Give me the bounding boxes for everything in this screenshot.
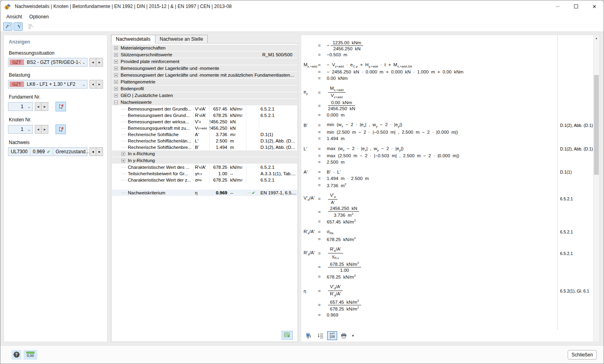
- copy-result-button[interactable]: [304, 331, 314, 340]
- design-situation-next-button[interactable]: ►: [96, 58, 103, 67]
- foundation-pick-button[interactable]: [56, 102, 66, 111]
- excel-export-button[interactable]: [282, 331, 293, 340]
- formula-line: =− 2456.250 kN · 0.000 m + 0.000 kN · 1.…: [301, 69, 593, 75]
- formula-list: =−1235.00 kNm2456.250 kN=−0.503 mMx,+add…: [301, 36, 593, 330]
- tree-group-row[interactable]: +Materialeigenschaften: [112, 45, 297, 51]
- expand-icon[interactable]: +: [121, 159, 125, 162]
- navigate-forward-button[interactable]: [14, 22, 23, 31]
- expand-list-button[interactable]: [316, 331, 326, 340]
- menu-item-optionen[interactable]: Optionen: [26, 13, 52, 20]
- code-reference: D.1(2), Abb. (D.1): [560, 123, 593, 128]
- tree-detail-row[interactable]: Charakteristischer Wert der z...σRk678.2…: [112, 177, 297, 183]
- node-pick-button[interactable]: [56, 125, 66, 134]
- expand-icon[interactable]: +: [114, 46, 118, 50]
- navigate-back-button[interactable]: [3, 22, 12, 31]
- tree-group-label: Nachweiswerte: [121, 100, 152, 105]
- tree-detail-row[interactable]: Rechnerische Sohlflächenbre...B'1.494mD.…: [112, 144, 297, 150]
- formula-line: =0.00 kNm: [301, 75, 593, 81]
- formula-toolbar: x=7 y=4 ▼: [304, 331, 356, 340]
- tab-nachweise-an-stelle[interactable]: Nachweise an Stelle: [155, 35, 208, 44]
- node-number-input[interactable]: 1 ⌄: [8, 125, 33, 134]
- tree-group-row[interactable]: +In x-Richtung: [112, 150, 297, 157]
- minimize-button[interactable]: [548, 0, 567, 12]
- tree-detail-row[interactable]: Bemessungswert der Grundb...V'd/A'657.45…: [112, 106, 297, 112]
- formula-line: =−1235.00 kNm2456.250 kN: [301, 40, 593, 51]
- collapse-icon[interactable]: −: [114, 101, 118, 104]
- scroll-up-icon[interactable]: ▲: [594, 35, 599, 41]
- excel-export-icon: [284, 332, 291, 338]
- print-button[interactable]: [339, 331, 349, 340]
- expand-icon[interactable]: +: [114, 94, 118, 97]
- scrollbar-thumb[interactable]: [594, 75, 599, 175]
- tree-group-label: Bemessungswert der Lagerkräfte und -mome…: [121, 73, 294, 77]
- expand-icon[interactable]: +: [114, 80, 118, 84]
- tree-group-row[interactable]: +Bemessungswert der Lagerkräfte und -mom…: [112, 65, 297, 71]
- tree-group-row[interactable]: +GEO | Zusätzliche Lasten: [112, 92, 297, 99]
- tree-group-row[interactable]: +Plattengeometrie: [112, 79, 297, 85]
- check-ok-icon: ✔: [252, 190, 255, 196]
- display-panel: Anzeigen Bemessungssituation GZT BS2 - G…: [4, 35, 107, 342]
- formula-scrollbar[interactable]: ▲: [593, 35, 599, 342]
- expand-icon[interactable]: +: [114, 53, 118, 57]
- tree-group-row[interactable]: +In y-Richtung: [112, 157, 297, 164]
- menu-item-ansicht[interactable]: Ansicht: [3, 13, 26, 20]
- tree-detail-row[interactable]: Rechnerische SohlflächeA'3.736m2D.1(1): [112, 131, 297, 138]
- loading-next-button[interactable]: ►: [96, 80, 103, 89]
- decimal-places-button[interactable]: 0,00: [24, 350, 37, 360]
- node-prev-button[interactable]: ◄: [35, 125, 42, 134]
- display-panel-header: Anzeigen: [9, 39, 103, 45]
- formula-line: R′d/A′=R′k/A′γR,v6.5.2.1: [301, 246, 593, 261]
- design-situation-prev-button[interactable]: ◄: [89, 58, 96, 67]
- formula-line: =min (2.500 m − 2 · |−0.503 m| , 2.500 m…: [301, 129, 593, 135]
- tree-detail-row[interactable]: Bemessungswert der wirksa...V'd2456.250k…: [112, 119, 297, 125]
- tree-detail-row[interactable]: Teilsicherheitsbeiwert für Gr...γR,v1.00…: [112, 170, 297, 177]
- tree-group-row[interactable]: +StützenquerschnittswerteR_M1 500/500: [112, 51, 297, 58]
- foundation-number-input[interactable]: 1 ⌄: [8, 102, 33, 111]
- close-dialog-button[interactable]: Schließen: [568, 350, 597, 360]
- design-situation-label: Bemessungssituation: [9, 50, 103, 56]
- tree-table: +Materialeigenschaften+Stützenquerschnit…: [112, 44, 297, 341]
- expand-icon[interactable]: +: [121, 152, 125, 156]
- check-select[interactable]: UL7300 0.969✔ Grenzzustand...⌄: [8, 147, 87, 156]
- formula-line: =2456.250 kN3.736 m2: [301, 206, 593, 218]
- expand-icon[interactable]: +: [114, 87, 118, 91]
- foundation-prev-button[interactable]: ◄: [35, 102, 42, 111]
- check-next-button[interactable]: ►: [96, 147, 103, 156]
- tree-detail-row[interactable]: Bemessungswert des Grund...R'd/A'678.25k…: [112, 112, 297, 119]
- loading-select[interactable]: GZT LK6 - LF1 + 1.30 * LF2 ⌄: [8, 80, 87, 89]
- tree-detail-row[interactable]: Charakteristischer Wert des ...R'k/A'678…: [112, 164, 297, 170]
- formula-line: =−0.503 m: [301, 51, 593, 58]
- tree-group-label: Bemessungswert der Lagerkräfte und -mome…: [121, 66, 219, 71]
- formula-line: B′=min (wx − 2 · |ex| , wy − 2 · |ey|)D.…: [301, 122, 593, 129]
- pick-cursor-icon: [58, 104, 64, 110]
- chevron-down-icon: ⌄: [28, 127, 31, 132]
- tree-detail-row[interactable]: Rechnerische Sohlflächenlän...L'2.500mD.…: [112, 138, 297, 144]
- help-button[interactable]: ?: [12, 350, 21, 360]
- tree-group-row[interactable]: −Nachweiswerte: [112, 99, 297, 105]
- check-prev-button[interactable]: ◄: [89, 147, 96, 156]
- result-diagram-button: [26, 22, 36, 31]
- tree-group-row[interactable]: +Bodenprofil: [112, 85, 297, 92]
- window-arrow-right-icon: [15, 23, 22, 30]
- node-next-button[interactable]: ►: [42, 125, 48, 134]
- formula-line: =678.25 kN/m2: [301, 273, 593, 280]
- tree-group-row[interactable]: +Bemessungswert der Lagerkräfte und -mom…: [112, 72, 297, 78]
- expand-icon[interactable]: +: [114, 60, 118, 63]
- tree-group-label: Stützenquerschnittswerte: [121, 52, 172, 57]
- foundation-next-button[interactable]: ►: [42, 102, 48, 111]
- design-situation-select[interactable]: GZT BS2 - GZT (STR/GEO-1-2) Ver... ⌄: [8, 58, 87, 67]
- formula-line: =0.969: [301, 312, 593, 318]
- formula-line: V′d/A′=V′dA′6.5.2.1: [301, 192, 593, 205]
- maximize-button[interactable]: [567, 0, 585, 12]
- loading-prev-button[interactable]: ◄: [89, 80, 96, 89]
- expand-icon[interactable]: +: [114, 73, 118, 77]
- show-values-button[interactable]: x=7 y=4: [327, 331, 337, 340]
- close-button[interactable]: ✕: [585, 0, 604, 12]
- tree-detail-row[interactable]: Bemessungsquerkraft mit zu...Vz+add2456.…: [112, 125, 297, 131]
- tree-group-row[interactable]: +Provided plate reinforcement: [112, 58, 297, 65]
- tab-nachweisdetails[interactable]: Nachweisdetails: [111, 35, 155, 44]
- tree-detail-row[interactable]: Nachweiskriteriumη0.969--⋯✔EN 1997-1, 6.…: [112, 190, 297, 196]
- expand-icon[interactable]: +: [114, 67, 118, 70]
- tree-group-label: In y-Richtung: [128, 158, 155, 163]
- print-options-dropdown[interactable]: ▼: [350, 331, 356, 340]
